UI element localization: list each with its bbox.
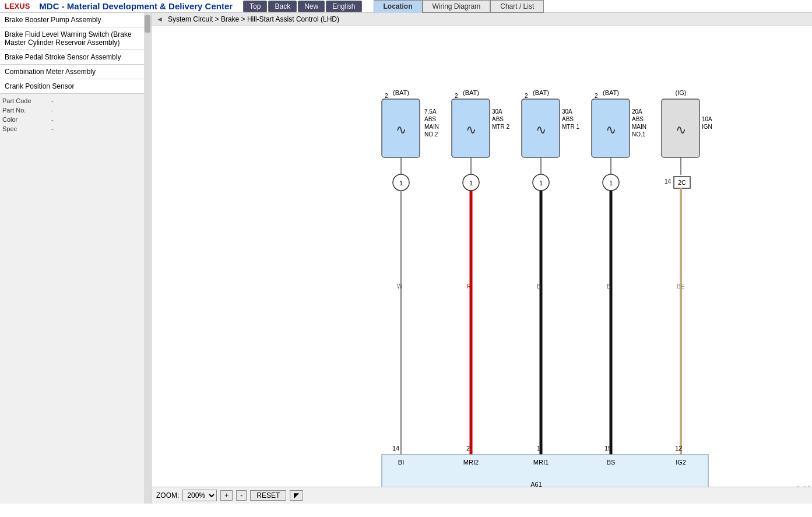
zoom-in-button[interactable]: +: [220, 490, 233, 501]
svg-text:1: 1: [399, 180, 403, 187]
main-layout: Brake Booster Pump Assembly Brake Fluid …: [0, 13, 812, 504]
svg-text:2: 2: [466, 445, 470, 452]
svg-text:12: 12: [675, 445, 682, 452]
back-button[interactable]: Back: [268, 1, 297, 12]
sidebar-item-2[interactable]: Brake Pedal Stroke Sensor Assembly: [0, 50, 144, 65]
sidebar-scrollbar[interactable]: [144, 13, 151, 504]
prop-value-1: -: [51, 107, 54, 114]
breadcrumb: ◄ System Circuit > Brake > Hill-Start As…: [152, 13, 812, 26]
sidebar-item-0[interactable]: Brake Booster Pump Assembly: [0, 13, 144, 27]
svg-text:B: B: [607, 283, 611, 290]
svg-text:10A: 10A: [702, 116, 712, 122]
svg-text:∿: ∿: [396, 122, 406, 137]
diagram-inner: (BAT) ∿ 7.5A ABS MAIN NO.2 2 1 W: [152, 26, 812, 487]
svg-text:NO.1: NO.1: [632, 131, 646, 138]
bottom-bar: ZOOM: 50% 100% 150% 200% 250% 300% + - R…: [152, 487, 812, 504]
tab-chart-list[interactable]: Chart / List: [490, 0, 544, 13]
prop-value-2: -: [51, 116, 54, 123]
svg-text:ABS: ABS: [562, 116, 574, 122]
sidebar-inner: Brake Booster Pump Assembly Brake Fluid …: [0, 13, 151, 504]
svg-text:MAIN: MAIN: [424, 124, 439, 130]
prop-label-1: Part No.: [2, 107, 49, 114]
svg-text:(IG): (IG): [676, 89, 687, 96]
prop-row-3: Spec -: [0, 124, 144, 133]
prop-row-1: Part No. -: [0, 105, 144, 115]
zoom-out-button[interactable]: -: [236, 490, 247, 501]
svg-text:MRI1: MRI1: [533, 459, 549, 466]
breadcrumb-path: System Circuit > Brake > Hill-Start Assi…: [168, 15, 339, 23]
svg-text:∿: ∿: [536, 122, 546, 137]
svg-text:NO.2: NO.2: [424, 131, 438, 138]
fit-button[interactable]: ◤: [290, 490, 303, 501]
zoom-label: ZOOM:: [156, 491, 179, 500]
watermark: 令汽修帮手: [793, 484, 812, 487]
header: LEXUS MDC - Material Development & Deliv…: [0, 0, 812, 13]
svg-text:(BAT): (BAT): [393, 89, 409, 96]
svg-text:7.5A: 7.5A: [424, 108, 437, 115]
svg-text:W: W: [397, 283, 403, 290]
reset-button[interactable]: RESET: [250, 490, 286, 501]
svg-text:(BAT): (BAT): [533, 89, 549, 96]
sidebar-list[interactable]: Brake Booster Pump Assembly Brake Fluid …: [0, 13, 144, 504]
svg-text:MRI2: MRI2: [463, 459, 479, 466]
svg-text:IGN: IGN: [702, 124, 712, 130]
prop-row-0: Part Code -: [0, 96, 144, 105]
sidebar-item-4[interactable]: Crank Position Sensor: [0, 79, 144, 94]
app-title: MDC - Material Development & Delivery Ce…: [39, 1, 233, 11]
svg-text:20A: 20A: [632, 108, 642, 115]
prop-row-2: Color -: [0, 115, 144, 124]
svg-text:14: 14: [392, 445, 399, 452]
logo: LEXUS: [5, 2, 30, 10]
svg-text:1: 1: [537, 445, 540, 452]
prop-label-3: Spec: [2, 125, 49, 132]
tab-bar: Location Wiring Diagram Chart / List: [374, 0, 544, 13]
zoom-select[interactable]: 50% 100% 150% 200% 250% 300%: [182, 490, 217, 501]
sidebar: Brake Booster Pump Assembly Brake Fluid …: [0, 13, 152, 504]
top-button[interactable]: Top: [243, 1, 267, 12]
svg-text:2: 2: [455, 93, 458, 99]
prop-value-0: -: [51, 97, 54, 104]
svg-text:ABS: ABS: [632, 116, 644, 122]
nav-buttons: Top Back New English: [243, 1, 361, 12]
svg-text:ABS: ABS: [492, 116, 504, 122]
tab-location[interactable]: Location: [374, 0, 423, 13]
diagram-area[interactable]: (BAT) ∿ 7.5A ABS MAIN NO.2 2 1 W: [152, 26, 812, 487]
tab-wiring-diagram[interactable]: Wiring Diagram: [423, 0, 491, 13]
svg-text:30A: 30A: [492, 108, 502, 115]
svg-text:2: 2: [385, 93, 388, 99]
wiring-diagram-svg: (BAT) ∿ 7.5A ABS MAIN NO.2 2 1 W: [152, 26, 812, 487]
svg-text:(BAT): (BAT): [463, 89, 479, 96]
svg-text:∿: ∿: [676, 122, 686, 137]
svg-text:∿: ∿: [606, 122, 616, 137]
prop-label-0: Part Code: [2, 97, 49, 104]
svg-text:BS: BS: [607, 459, 616, 466]
svg-text:1: 1: [609, 180, 613, 187]
svg-text:MTR 2: MTR 2: [492, 124, 509, 130]
svg-text:R: R: [467, 283, 471, 290]
prop-label-2: Color: [2, 116, 49, 123]
svg-text:1: 1: [539, 180, 543, 187]
svg-text:2: 2: [525, 93, 528, 99]
svg-text:2: 2: [595, 93, 598, 99]
svg-text:2C: 2C: [678, 179, 686, 186]
svg-text:30A: 30A: [562, 108, 572, 115]
breadcrumb-arrow[interactable]: ◄: [156, 15, 163, 23]
sidebar-item-1[interactable]: Brake Fluid Level Warning Switch (Brake …: [0, 27, 144, 50]
svg-text:14: 14: [665, 178, 672, 185]
svg-text:IG2: IG2: [676, 459, 686, 466]
svg-text:MTR 1: MTR 1: [562, 124, 579, 130]
svg-text:∿: ∿: [466, 122, 476, 137]
sidebar-item-3[interactable]: Combination Meter Assembly: [0, 65, 144, 79]
english-button[interactable]: English: [326, 1, 361, 12]
svg-text:BE: BE: [677, 283, 685, 290]
prop-value-3: -: [51, 125, 54, 132]
svg-text:MAIN: MAIN: [632, 124, 646, 130]
svg-text:ABS: ABS: [424, 116, 436, 122]
svg-text:15: 15: [604, 445, 611, 452]
svg-text:1: 1: [469, 180, 473, 187]
svg-text:BI: BI: [398, 459, 404, 466]
sidebar-properties: Part Code - Part No. - Color - Spec -: [0, 96, 144, 133]
svg-text:B: B: [537, 283, 541, 290]
new-button[interactable]: New: [298, 1, 325, 12]
svg-text:(BAT): (BAT): [603, 89, 619, 96]
